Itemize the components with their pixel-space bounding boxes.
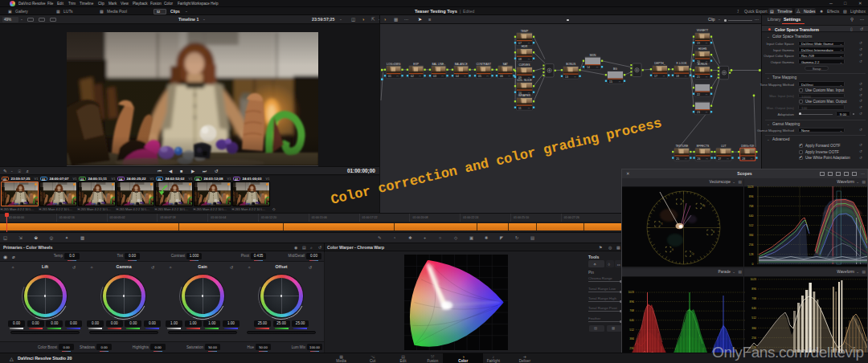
svg-text:1023: 1023 (628, 291, 634, 294)
svg-text:26: 26 (698, 157, 701, 161)
svg-text:BALANCE: BALANCE (455, 63, 469, 66)
svg-text:HIGHS: HIGHS (698, 47, 707, 51)
svg-text:EFFECTS: EFFECTS (697, 145, 710, 148)
svg-text:□: □ (442, 75, 444, 78)
svg-text:640: 640 (751, 307, 756, 310)
svg-text:256: 256 (751, 336, 756, 340)
svg-text:896: 896 (749, 195, 754, 198)
svg-text:03: 03 (433, 75, 436, 78)
svg-text:TEMP: TEMP (521, 30, 529, 33)
svg-text:BG: BG (613, 67, 617, 71)
svg-text:22: 22 (697, 93, 700, 96)
svg-text:R: R (682, 200, 684, 203)
svg-text:04: 04 (456, 75, 459, 78)
svg-text:14: 14 (587, 66, 590, 69)
svg-text:LUT: LUT (721, 145, 726, 148)
svg-text:□: □ (528, 42, 530, 45)
svg-text:896: 896 (751, 288, 756, 291)
svg-text:01: 01 (388, 75, 391, 78)
svg-text:Yl: Yl (661, 222, 663, 226)
svg-text:BONUS: BONUS (566, 63, 576, 66)
svg-text:768: 768 (751, 297, 756, 300)
svg-text:EXP: EXP (413, 63, 420, 66)
svg-text:0: 0 (752, 263, 754, 266)
svg-text:256: 256 (749, 243, 754, 247)
svg-text:TEXTURE: TEXTURE (675, 145, 689, 148)
svg-text:□: □ (706, 93, 707, 96)
svg-text:384: 384 (749, 234, 754, 237)
svg-text:28: 28 (742, 157, 745, 161)
svg-text:640: 640 (749, 214, 754, 218)
svg-text:08: 08 (518, 58, 522, 61)
svg-text:17: 17 (654, 75, 657, 78)
svg-text:□: □ (397, 75, 399, 78)
svg-text:□: □ (528, 58, 530, 61)
svg-text:SKIN: SKIN (590, 54, 596, 57)
svg-text:LOG>DWG: LOG>DWG (387, 63, 401, 66)
svg-text:□: □ (596, 66, 598, 69)
svg-text:□: □ (706, 157, 708, 161)
svg-text:23: 23 (697, 111, 700, 114)
svg-text:VIGNETT: VIGNETT (697, 29, 709, 32)
svg-text:□: □ (706, 42, 707, 45)
svg-text:G: G (672, 248, 674, 251)
svg-text:768: 768 (749, 205, 754, 208)
svg-text:□: □ (751, 157, 752, 161)
svg-text:□: □ (509, 75, 510, 78)
svg-text:Mg: Mg (702, 204, 706, 207)
svg-text:B: B (713, 230, 714, 234)
svg-text:384: 384 (751, 327, 756, 330)
svg-text:F. LOOK: F. LOOK (676, 62, 687, 65)
svg-text:384: 384 (629, 337, 634, 341)
svg-text:02: 02 (411, 75, 414, 78)
svg-text:896: 896 (629, 300, 634, 304)
svg-text:512: 512 (749, 224, 754, 227)
svg-text:□: □ (528, 107, 530, 110)
svg-text:WRAPER: WRAPER (518, 94, 530, 97)
svg-text:27: 27 (718, 157, 721, 161)
svg-text:□: □ (685, 75, 686, 78)
svg-text:DEPTH_: DEPTH_ (654, 62, 665, 65)
svg-text:13: 13 (565, 75, 568, 79)
svg-text:□: □ (706, 111, 707, 114)
svg-text:COL. SLICE: COL. SLICE (517, 79, 532, 82)
svg-text:□: □ (685, 157, 686, 161)
svg-text:512: 512 (751, 316, 756, 320)
svg-text:□: □ (706, 75, 707, 79)
svg-text:□: □ (575, 75, 576, 79)
svg-text:□: □ (465, 75, 466, 78)
svg-text:640: 640 (629, 319, 634, 322)
svg-text:BAL LINE..: BAL LINE.. (432, 63, 445, 66)
svg-text:05: 05 (478, 75, 481, 78)
svg-text:CONTRAST: CONTRAST (476, 63, 491, 66)
svg-text:512: 512 (629, 328, 634, 332)
svg-text:1023: 1023 (750, 278, 756, 281)
svg-text:BONUS: BONUS (698, 63, 708, 66)
svg-text:CURVES: CURVES (518, 63, 530, 67)
svg-text:HDR: HDR (522, 45, 528, 48)
svg-text:128: 128 (749, 253, 754, 256)
svg-text:18: 18 (676, 75, 679, 78)
svg-text:□: □ (487, 75, 489, 78)
svg-text:1023: 1023 (747, 186, 754, 189)
svg-text:DWG>709: DWG>709 (741, 145, 754, 148)
svg-text:21: 21 (697, 75, 700, 79)
svg-text:19: 19 (697, 42, 700, 45)
svg-text:15: 15 (609, 80, 612, 84)
svg-text:11: 11 (518, 107, 522, 110)
svg-text:□: □ (420, 75, 421, 78)
svg-text:768: 768 (629, 309, 634, 312)
svg-text:□: □ (619, 80, 620, 84)
svg-text:□: □ (663, 75, 665, 78)
svg-text:06: 06 (500, 75, 503, 78)
svg-text:25: 25 (676, 157, 679, 161)
svg-text:□: □ (727, 157, 728, 161)
svg-text:SAT: SAT (503, 63, 508, 66)
